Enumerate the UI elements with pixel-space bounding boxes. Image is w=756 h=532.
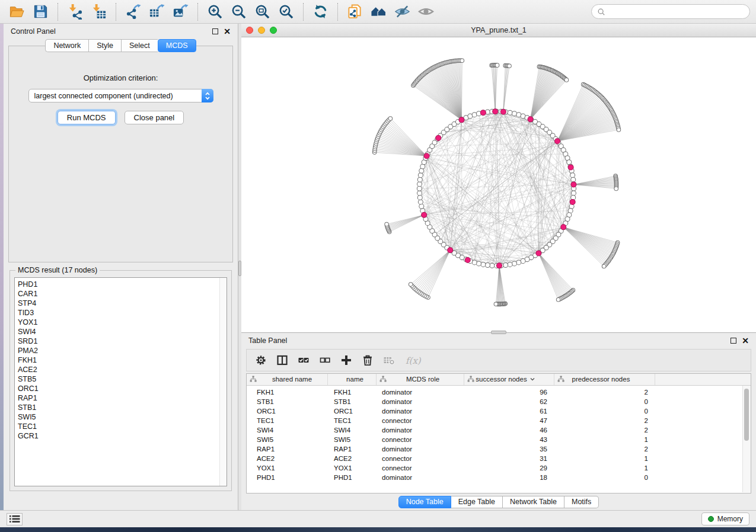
zoom-fit-button[interactable] (251, 2, 273, 21)
table-row[interactable]: ACE2ACE2connector311 (247, 454, 751, 463)
horizontal-splitter-handle[interactable] (491, 331, 506, 334)
column-label: successor nodes (476, 376, 527, 383)
mcds-result-item[interactable]: YOX1 (18, 318, 219, 327)
tab-network[interactable]: Network (45, 39, 88, 52)
mcds-result-item[interactable]: PHD1 (18, 280, 219, 289)
control-panel-header: Control Panel ✕ (4, 24, 238, 39)
column-header-shared-name[interactable]: shared name (247, 374, 328, 385)
export-table-icon (149, 4, 165, 20)
import-network-button[interactable] (64, 2, 86, 21)
table-row[interactable]: FKH1FKH1dominator962 (247, 387, 751, 397)
close-panel-button[interactable]: Close panel (125, 111, 184, 124)
mcds-result-item[interactable]: SWI4 (18, 327, 219, 336)
table-panel-float-icon[interactable] (731, 338, 736, 344)
hide-selected-button[interactable] (391, 2, 413, 21)
column-label: predecessor nodes (572, 376, 630, 383)
search-input[interactable] (608, 7, 744, 17)
zoom-selected-button[interactable] (275, 2, 297, 21)
mcds-list-scrollbar[interactable] (219, 278, 227, 486)
search-box[interactable] (591, 4, 750, 19)
table-cell: 61 (464, 408, 554, 415)
table-scrollbar-thumb[interactable] (744, 389, 749, 441)
window-maximize-button[interactable] (270, 27, 277, 34)
mcds-result-item[interactable]: TEC1 (18, 422, 219, 431)
mcds-result-item[interactable]: SRD1 (18, 336, 219, 346)
control-panel: Control Panel ✕ NetworkStyleSelectMCDS O… (4, 24, 238, 510)
mcds-result-item[interactable]: STB1 (18, 403, 219, 412)
mcds-result-item[interactable]: GCR1 (18, 431, 219, 441)
mcds-result-item[interactable]: FKH1 (18, 355, 219, 365)
select-all-button[interactable] (298, 354, 310, 366)
table-row[interactable]: SWI4SWI4dominator462 (247, 425, 751, 435)
mcds-result-item[interactable]: ACE2 (18, 365, 219, 374)
apply-preferred-layout-button[interactable] (310, 2, 331, 21)
network-window-titlebar[interactable]: YPA_prune.txt_1 (241, 24, 756, 37)
table-row[interactable]: ORC1ORC1dominator610 (247, 406, 751, 416)
run-mcds-button[interactable]: Run MCDS (58, 111, 116, 124)
delete-table-icon (383, 354, 395, 366)
tab-edge-table[interactable]: Edge Table (451, 496, 503, 508)
vertical-splitter-handle[interactable] (238, 261, 241, 276)
add-column-button[interactable] (340, 354, 352, 366)
table-cell: SWI4 (247, 427, 328, 434)
tab-motifs[interactable]: Motifs (564, 496, 599, 508)
table-cell: connector (377, 455, 464, 462)
tab-select[interactable]: Select (121, 39, 158, 52)
mcds-result-item[interactable]: RAP1 (18, 393, 219, 403)
tab-mcds[interactable]: MCDS (158, 39, 196, 52)
table-cell: FKH1 (247, 389, 328, 396)
table-row[interactable]: TEC1TEC1connector472 (247, 416, 751, 425)
column-header-successor-nodes[interactable]: successor nodes (464, 374, 554, 385)
column-header-mcds-role[interactable]: MCDS role (377, 374, 464, 385)
control-panel-float-icon[interactable] (212, 28, 218, 34)
export-table-button[interactable] (146, 2, 168, 21)
settings-button[interactable] (255, 354, 267, 366)
import-table-button[interactable] (88, 2, 110, 21)
table-panel-close-icon[interactable]: ✕ (742, 336, 749, 345)
table-scrollbar[interactable] (742, 386, 751, 492)
export-image-button[interactable] (170, 2, 192, 21)
column-header-name[interactable]: name (328, 374, 377, 385)
column-header-predecessor-nodes[interactable]: predecessor nodes (554, 374, 655, 385)
tab-node-table[interactable]: Node Table (398, 496, 451, 508)
tab-style[interactable]: Style (88, 39, 121, 52)
network-canvas[interactable] (241, 37, 756, 332)
deselect-all-button[interactable] (319, 354, 331, 366)
zoom-in-button[interactable] (204, 2, 226, 21)
select-all-icon (298, 354, 310, 366)
mcds-result-item[interactable]: STP4 (18, 299, 219, 308)
mcds-result-item[interactable]: CAR1 (18, 289, 219, 299)
mcds-result-item[interactable]: TID3 (18, 308, 219, 318)
table-cell: 96 (464, 389, 554, 396)
save-session-button[interactable] (30, 2, 52, 21)
table-row[interactable]: RAP1RAP1dominator352 (247, 444, 751, 454)
panel-list-button[interactable] (7, 513, 23, 525)
table-row[interactable]: SWI5SWI5connector431 (247, 435, 751, 444)
mcds-result-item[interactable]: ORC1 (18, 384, 219, 393)
open-file-button[interactable] (6, 2, 28, 21)
mcds-result-item[interactable]: SWI5 (18, 412, 219, 422)
table-cell: ORC1 (328, 408, 377, 415)
toolbar-buttons (6, 2, 437, 21)
clone-network-button[interactable] (344, 2, 366, 21)
mcds-result-list[interactable]: PHD1CAR1STP4TID3YOX1SWI4SRD1PMA2FKH1ACE2… (14, 277, 227, 486)
first-neighbors-button[interactable] (368, 2, 390, 21)
memory-button[interactable]: Memory (701, 512, 749, 525)
delete-columns-button[interactable] (362, 354, 374, 366)
tab-network-table[interactable]: Network Table (503, 496, 564, 508)
table-row[interactable]: YOX1YOX1connector291 (247, 463, 751, 473)
table-cell: 43 (464, 436, 554, 443)
control-panel-close-icon[interactable]: ✕ (224, 27, 231, 36)
table-row[interactable]: PHD1PHD1dominator180 (247, 473, 751, 482)
mcds-result-item[interactable]: STB5 (18, 374, 219, 384)
table-row[interactable]: STB1STB1dominator620 (247, 397, 751, 406)
svg-text:f(x): f(x) (406, 355, 422, 366)
export-network-button[interactable] (122, 2, 144, 21)
mcds-result-item[interactable]: PMA2 (18, 346, 219, 355)
show-columns-button[interactable] (276, 354, 288, 366)
show-all-button[interactable] (415, 2, 437, 21)
optimization-criterion-select[interactable]: largest connected component (undirected) (28, 89, 213, 102)
window-close-button[interactable] (246, 27, 253, 34)
window-minimize-button[interactable] (258, 27, 265, 34)
zoom-out-button[interactable] (228, 2, 250, 21)
